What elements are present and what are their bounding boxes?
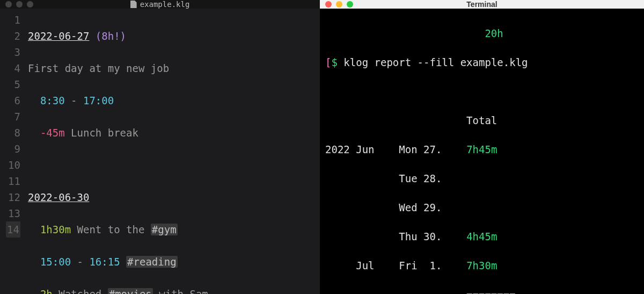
terminal-title: Terminal [466,0,497,9]
zoom-icon[interactable] [27,1,33,8]
term-line: 20h [325,26,639,41]
terminal-titlebar: Terminal [320,0,644,9]
minimize-icon[interactable] [336,1,342,8]
close-icon[interactable] [5,1,12,8]
term-line [325,84,639,99]
terminal-pane: Terminal 20h [$ klog report --fill examp… [320,0,644,294]
term-line: Wed 29. [325,200,639,215]
code-line[interactable]: 1h30m Went to the #gym [28,221,320,238]
term-line: ======== [325,288,639,294]
terminal-body[interactable]: 20h [$ klog report --fill example.klg To… [320,9,644,294]
code-line[interactable]: 2022-06-30 [28,189,320,205]
editor-titlebar: example.klg [0,0,320,9]
close-icon[interactable] [325,1,332,8]
term-line: Tue 28. [325,171,639,186]
code-line[interactable]: First day at my new job [28,60,320,76]
filename: example.klg [140,0,190,9]
term-line: 2022 Jun Mon 27. 7h45m [325,142,639,157]
zoom-icon[interactable] [347,1,353,8]
term-prompt-line[interactable]: [$ klog report --fill example.klg [325,55,639,70]
editor-pane: example.klg 1234567 8910111213 14 2022-0… [0,0,320,294]
code-line[interactable]: -45m Lunch break [28,125,320,141]
line-gutter: 1234567 8910111213 14 [0,12,28,294]
term-line: Total [325,113,639,128]
file-icon [130,1,137,8]
editor-body[interactable]: 1234567 8910111213 14 2022-06-27 (8h!) F… [0,9,320,294]
window-controls [5,1,33,8]
code-line[interactable]: 8:30 - 17:00 [28,92,320,109]
window-controls [325,1,353,8]
minimize-icon[interactable] [16,1,23,8]
term-line: Thu 30. 4h45m [325,230,639,244]
code-line[interactable]: 2h Watched #movies with Sam [28,286,320,294]
code-line[interactable]: 2022-06-27 (8h!) [28,28,320,44]
term-line: Jul Fri 1. 7h30m [325,259,639,273]
code-line[interactable] [28,157,320,173]
code-line[interactable]: 15:00 - 16:15 #reading [28,254,320,270]
code-area[interactable]: 2022-06-27 (8h!) First day at my new job… [28,12,320,294]
